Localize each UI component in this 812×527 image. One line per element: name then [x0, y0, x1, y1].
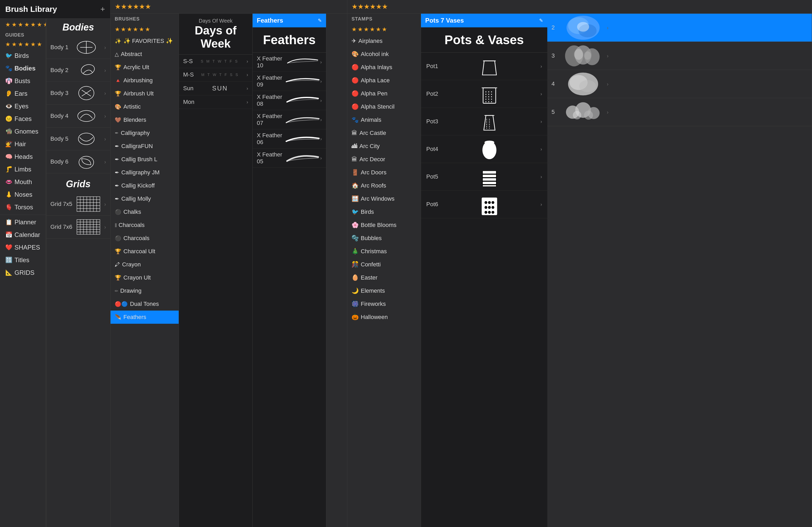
cat-charcoals-group[interactable]: ||| Charcoals [111, 219, 179, 232]
stamp-arc-windows[interactable]: 🪟 Arc Windows [347, 192, 421, 206]
pot6-item[interactable]: Pot6 › [421, 191, 547, 218]
nav-titles[interactable]: 🔠 Titles [0, 254, 46, 266]
cat-acrylic[interactable]: 🏆 Acrylic Ult [111, 61, 179, 74]
stamp-airplanes[interactable]: ✈ Airplanes [347, 34, 421, 48]
stamp-arc-doors[interactable]: 🚪 Arc Doors [347, 166, 421, 179]
cat-charcoals[interactable]: ⚫ Charcoals [111, 232, 179, 245]
cat-callig-molly[interactable]: ✒ Callig Molly [111, 192, 179, 206]
stamp-easter[interactable]: 🥚 Easter [347, 271, 421, 284]
dow-header: Days Of Week Days of Week [179, 14, 252, 55]
nav-planner[interactable]: 📋 Planner [0, 216, 46, 228]
nav-birds[interactable]: 🐦 Birds [0, 49, 46, 62]
stamp-birds[interactable]: 🐦 Birds [347, 206, 421, 219]
feather-05[interactable]: X Feather 05 › [252, 149, 326, 168]
stamp-arc-castle[interactable]: 🏛 Arc Castle [347, 126, 421, 140]
cat-feathers[interactable]: 🪶 Feathers [111, 311, 179, 324]
stamp-confetti[interactable]: 🎊 Confetti [347, 258, 421, 271]
stamp-alpha-pen[interactable]: 🔴 Alpha Pen [347, 87, 421, 100]
stamp-fireworks[interactable]: 🎆 Fireworks [347, 298, 421, 311]
feather07-preview [285, 113, 320, 126]
cat-callig-jm[interactable]: ✒ Calligraphy JM [111, 166, 179, 179]
nav-hair[interactable]: 💇 Hair [0, 138, 46, 150]
stamp-christmas[interactable]: 🎄 Christmas [347, 245, 421, 258]
pot4-item[interactable]: Pot4 › [421, 135, 547, 163]
dow-sun[interactable]: Sun SUN › [179, 81, 252, 95]
cat-airbrush-ult[interactable]: 🏆 Airbrush Ult [111, 87, 179, 100]
stamp-arc-roofs[interactable]: 🏠 Arc Roofs [347, 179, 421, 192]
feather-08[interactable]: X Feather 08 › [252, 91, 326, 110]
cat-callig-brush[interactable]: ✒ Callig Brush L [111, 153, 179, 166]
body5-item[interactable]: Body 5 › [46, 127, 110, 150]
pots-edit-icon[interactable]: ✎ [539, 18, 543, 24]
nav-calendar[interactable]: 📅 Calendar [0, 228, 46, 241]
feather-07[interactable]: X Feather 07 › [252, 110, 326, 130]
stamp-thumb-3[interactable]: 3 › [547, 42, 812, 70]
stamp-halloween[interactable]: 🎃 Halloween [347, 311, 421, 324]
cat-charcoal-ult[interactable]: 🏆 Charcoal Ult [111, 245, 179, 258]
nav-gnomes[interactable]: 🧌 Gnomes [0, 125, 46, 138]
stamp-alpha-lace[interactable]: 🔴 Alpha Lace [347, 74, 421, 87]
cat-calligrafun[interactable]: ✒ CalligraFUN [111, 140, 179, 153]
stamp-thumb-2[interactable]: 2 › [547, 14, 812, 42]
nav-heads[interactable]: 🧠 Heads [0, 150, 46, 163]
stamp-alpha-stencil[interactable]: 🔴 Alpha Stencil [347, 100, 421, 113]
nav-ears[interactable]: 👂 Ears [0, 87, 46, 100]
stamp-bottle-blooms[interactable]: 🌸 Bottle Blooms [347, 219, 421, 232]
nav-grids[interactable]: 📐 GRIDS [0, 266, 46, 279]
pot5-item[interactable]: Pot5 › [421, 163, 547, 191]
middle-inner: BRUSHES ★ ★ ★ ★ ★ ★ ✨ ✨ FAVORITES ✨ △ Ab… [111, 14, 347, 527]
body3-item[interactable]: Body 3 › [46, 82, 110, 105]
cat-abstract[interactable]: △ Abstract [111, 48, 179, 61]
stamp-thumb-5[interactable]: 5 › [547, 98, 812, 126]
feather08-preview [285, 94, 320, 107]
grid7x5-item[interactable]: Grid 7x5 [46, 193, 110, 216]
nav-eyes[interactable]: 👁️ Eyes [0, 100, 46, 112]
cat-blenders[interactable]: 🤎 Blenders [111, 113, 179, 126]
grid7x6-item[interactable]: Grid 7x6 [46, 216, 110, 239]
stamp-alpha-inlays[interactable]: 🔴 Alpha Inlays [347, 61, 421, 74]
nav-mouth[interactable]: 👄 Mouth [0, 176, 46, 188]
cat-crayon[interactable]: 🖍 Crayon [111, 258, 179, 271]
dow-ss[interactable]: S-S S M T W T F S › [179, 55, 252, 68]
pot2-item[interactable]: Pot2 › [421, 80, 547, 108]
body2-item[interactable]: Body 2 › [46, 59, 110, 82]
nav-limbs[interactable]: 🦵 Limbs [0, 163, 46, 176]
stars-row-2: ★ ★ ★ ★ ★ ★ [0, 40, 46, 49]
feather-10[interactable]: X Feather 10 › [252, 52, 326, 72]
dow-mon[interactable]: Mon › [179, 95, 252, 109]
cat-crayon-ult[interactable]: 🏆 Crayon Ult [111, 271, 179, 284]
panel-header: Brush Library + [0, 0, 110, 19]
pot3-item[interactable]: Pot3 › [421, 108, 547, 135]
stamp-thumb-4[interactable]: 4 › [547, 70, 812, 98]
body4-item[interactable]: Body 4 › [46, 105, 110, 127]
stamp-alcohol-ink[interactable]: 🎨 Alcohol ink [347, 48, 421, 61]
stamp-elements[interactable]: 🌙 Elements [347, 284, 421, 298]
cat-dual-tones[interactable]: 🔴🔵 Dual Tones [111, 298, 179, 311]
feather-09[interactable]: X Feather 09 › [252, 72, 326, 91]
stamp-animals[interactable]: 🐾 Animals [347, 113, 421, 126]
dow-ms[interactable]: M-S M T W T F S S › [179, 68, 252, 81]
feathers-edit-icon[interactable]: ✎ [318, 18, 322, 24]
add-button[interactable]: + [100, 5, 105, 14]
nav-faces[interactable]: 😐 Faces [0, 112, 46, 125]
pots-active-header: Pots 7 Vases ✎ [421, 14, 547, 27]
feather-06[interactable]: X Feather 06 › [252, 130, 326, 149]
stamp-arc-city[interactable]: 🏙 Arc City [347, 140, 421, 153]
cat-chalks[interactable]: ⚫ Chalks [111, 206, 179, 219]
nav-torsos[interactable]: 🫀 Torsos [0, 201, 46, 213]
cat-favorites[interactable]: ✨ ✨ FAVORITES ✨ [111, 34, 179, 48]
cat-artistic[interactable]: 🎨 Artistic [111, 100, 179, 113]
nav-noses[interactable]: 👃 Noses [0, 188, 46, 201]
cat-drawing[interactable]: ✏ Drawing [111, 284, 179, 298]
cat-callig-kick[interactable]: ✒ Callig Kickoff [111, 179, 179, 192]
cat-airbrushing[interactable]: 🔺 Airbrushing [111, 74, 179, 87]
nav-shapes[interactable]: ❤️ SHAPES [0, 241, 46, 254]
cat-calligraphy[interactable]: ✒ Calligraphy [111, 126, 179, 140]
pot1-item[interactable]: Pot1 › [421, 52, 547, 80]
body6-item[interactable]: Body 6 › [46, 150, 110, 173]
nav-busts[interactable]: 👘 Busts [0, 75, 46, 87]
stamp-bubbles[interactable]: 🫧 Bubbles [347, 232, 421, 245]
body1-item[interactable]: Body 1 › [46, 36, 110, 59]
stamp-arc-decor[interactable]: 🏛 Arc Decor [347, 153, 421, 166]
nav-bodies[interactable]: 🐾 Bodies [0, 62, 46, 75]
